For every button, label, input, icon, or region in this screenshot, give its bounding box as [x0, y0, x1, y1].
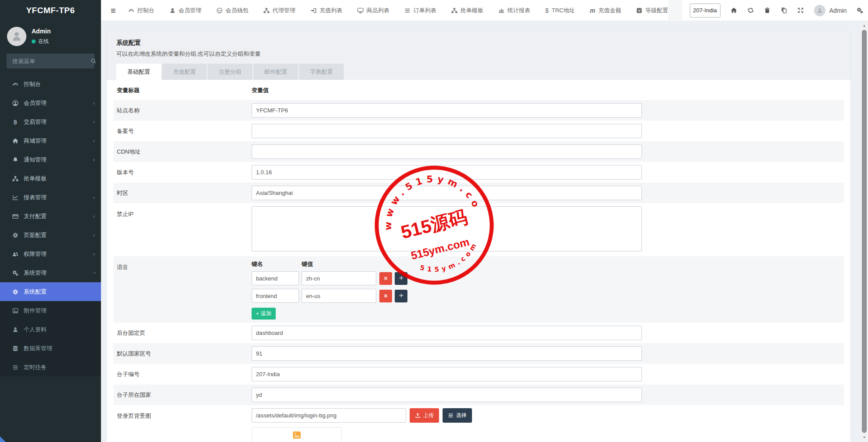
field-input[interactable]: [252, 388, 642, 402]
sidebar-item[interactable]: 商城管理 ‹: [0, 131, 101, 150]
sidebar-item[interactable]: 会员管理 ‹: [0, 93, 101, 112]
field-input[interactable]: [252, 124, 642, 138]
copy-icon[interactable]: [781, 7, 787, 14]
topnav-item[interactable]: cc 会员钱包: [216, 7, 249, 14]
topnav: 控制台 会员管理 cc 会员钱包 代理管理 充值列表 商品列表 订单列表 抢单模…: [128, 7, 668, 14]
sidebar-item[interactable]: 支付配置 ‹: [0, 207, 101, 226]
topnav-item[interactable]: 代理管理: [263, 7, 295, 14]
value-input[interactable]: [302, 271, 376, 285]
avatar[interactable]: [7, 27, 26, 46]
sidebar-subitem[interactable]: 定时任务: [0, 358, 101, 377]
field-input[interactable]: [252, 346, 642, 361]
topnav-item[interactable]: m 充值金额: [590, 7, 621, 14]
topbar-right: Admin: [668, 0, 864, 21]
user-icon: [11, 31, 22, 42]
sidebar-subitem[interactable]: 附件管理: [0, 301, 101, 320]
file-path-input[interactable]: [252, 408, 406, 423]
user-menu[interactable]: Admin: [814, 5, 847, 16]
desktop-icon: [357, 7, 364, 14]
topnav-item[interactable]: 会员管理: [169, 7, 202, 14]
field-label: CDN地址: [113, 148, 252, 156]
scroll-down-icon[interactable]: ▼: [861, 434, 868, 441]
topnav-item[interactable]: 商品列表: [357, 7, 389, 14]
gears-icon[interactable]: [857, 7, 863, 14]
form-row: 时区: [113, 183, 844, 203]
search-input[interactable]: [11, 57, 90, 65]
topnav-item[interactable]: 订单列表: [404, 7, 436, 14]
upload-button[interactable]: 上传: [410, 408, 439, 423]
tab[interactable]: 注册分组: [208, 64, 252, 80]
delete-button[interactable]: ×: [379, 272, 392, 285]
sidebar-item[interactable]: 报表管理 ‹: [0, 188, 101, 207]
sidebar-subitem[interactable]: 系统配置: [0, 282, 101, 301]
site-code-input[interactable]: [690, 4, 720, 18]
field-input[interactable]: [252, 103, 642, 118]
move-icon[interactable]: [395, 272, 407, 285]
user-icon: [169, 7, 176, 14]
sidebar-subitem[interactable]: 个人资料: [0, 320, 101, 339]
value-input[interactable]: [302, 289, 376, 303]
field-label: 禁止IP: [113, 206, 252, 218]
sitemap-icon: [263, 7, 270, 14]
sidebar-item[interactable]: 系统管理 ‹: [0, 263, 101, 282]
tabs: 基础配置充值配置注册分组邮件配置字典配置: [116, 64, 841, 80]
app-logo[interactable]: YFCMF-TP6: [0, 0, 101, 21]
field-input[interactable]: [252, 144, 642, 159]
expand-icon[interactable]: [797, 7, 804, 14]
append-button[interactable]: +追加: [252, 308, 276, 320]
field-input[interactable]: [252, 165, 642, 180]
field-label: 登录页背景图: [113, 408, 252, 420]
sidebar-item[interactable]: 权限管理 ‹: [0, 244, 101, 263]
sidebar-item[interactable]: 页面配置 ‹: [0, 226, 101, 244]
refresh-icon[interactable]: [747, 7, 754, 14]
key-input[interactable]: [252, 271, 299, 285]
sidebar-subitem[interactable]: 数据库管理: [0, 339, 101, 358]
field-input[interactable]: [252, 326, 642, 340]
tab[interactable]: 字典配置: [299, 64, 344, 80]
signin-icon: [310, 7, 317, 14]
home-icon[interactable]: [731, 7, 737, 14]
key-input[interactable]: [252, 289, 299, 303]
chevron-left-icon: ‹: [93, 213, 95, 219]
field-input[interactable]: [252, 367, 642, 381]
bell-icon: [11, 157, 20, 163]
delete-button[interactable]: ×: [379, 290, 392, 302]
gear-icon: [11, 289, 20, 295]
topnav-item[interactable]: 控制台: [128, 7, 155, 14]
tab[interactable]: 充值配置: [162, 64, 207, 80]
image-placeholder-icon: [292, 431, 301, 439]
image-preview[interactable]: [252, 427, 342, 442]
chart-line-icon: [11, 194, 20, 201]
tab[interactable]: 邮件配置: [253, 64, 298, 80]
topnav-item[interactable]: 统计报表: [498, 7, 530, 14]
chevron-left-icon: ‹: [93, 100, 95, 106]
field-input[interactable]: [252, 186, 642, 200]
sidebar-item[interactable]: 通知管理 ‹: [0, 150, 101, 169]
form-row: 禁止IP: [113, 203, 844, 256]
sidebar: YFCMF-TP6 Admin 在线 控制台 会员管理 ‹ ฿ 交易管理 ‹ 商…: [0, 0, 101, 442]
scroll-up-icon[interactable]: ▲: [861, 22, 868, 29]
topnav-item[interactable]: 充值列表: [310, 7, 342, 14]
credit-card-icon: [11, 213, 20, 219]
vertical-scrollbar[interactable]: ▲ ▼: [861, 21, 868, 442]
trash-icon[interactable]: [764, 7, 771, 14]
scrollbar-thumb[interactable]: [862, 30, 867, 433]
topnav-item[interactable]: V 等级配置: [636, 7, 668, 14]
kv-row: ×: [252, 289, 844, 303]
sidebar-item[interactable]: ฿ 交易管理 ‹: [0, 112, 101, 131]
field-textarea[interactable]: [252, 206, 642, 252]
move-icon[interactable]: [395, 290, 407, 302]
choose-button[interactable]: 选择: [443, 408, 472, 423]
search-icon[interactable]: [90, 58, 97, 64]
topnav-item[interactable]: $ TRC地址: [545, 7, 575, 14]
topnav-item[interactable]: 抢单模板: [451, 7, 483, 14]
sidebar-submenu: 系统配置 附件管理 个人资料 数据库管理 定时任务: [0, 282, 101, 377]
hamburger-icon[interactable]: ≡: [111, 6, 116, 15]
column-header-title: 变量标题: [113, 86, 252, 94]
topbar: ≡ 控制台 会员管理 cc 会员钱包 代理管理 充值列表 商品列表 订单列表 抢…: [101, 0, 868, 21]
sidebar-item[interactable]: 控制台: [0, 75, 101, 93]
page-title: 系统配置: [116, 39, 841, 47]
sidebar-item[interactable]: 抢单模板: [0, 169, 101, 188]
svg-text:cc: cc: [218, 9, 221, 12]
tab[interactable]: 基础配置: [116, 64, 161, 80]
